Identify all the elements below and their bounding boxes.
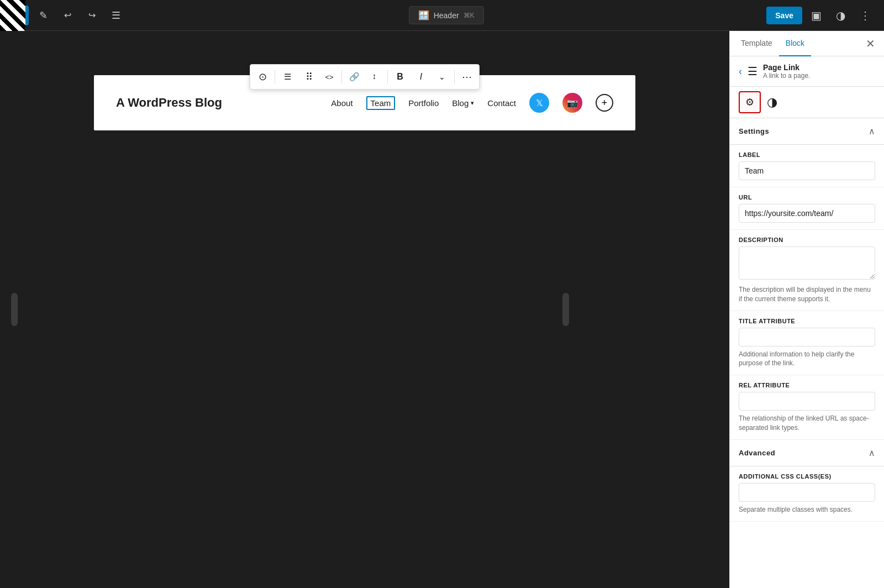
list-view-button[interactable]: ☰ <box>106 6 126 25</box>
main-area: ⊙ ☰ ⠿ <> 🔗 ↔ B I ⌄ ⋯ A WordPress Blog Ab… <box>0 31 884 588</box>
block-more-link-button[interactable]: ↔ <box>365 67 385 87</box>
block-info: ‹ ☰ Page Link A link to a page. <box>730 56 884 87</box>
rel-attr-label: REL ATTRIBUTE <box>739 382 875 389</box>
settings-section: Settings ∧ LABEL URL DESCRIPTION The des… <box>730 118 884 440</box>
tab-template[interactable]: Template <box>734 31 779 56</box>
url-input[interactable] <box>739 204 875 223</box>
label-input[interactable] <box>739 161 875 180</box>
nav-item-about[interactable]: About <box>331 98 352 108</box>
block-bold-button[interactable]: B <box>390 67 410 87</box>
block-type-icon: ☰ <box>748 65 757 78</box>
block-link-button[interactable]: 🔗 <box>344 67 364 87</box>
rel-attr-help: The relationship of the linked URL as sp… <box>739 414 875 433</box>
wp-logo <box>0 0 25 31</box>
title-attr-help: Additional information to help clarify t… <box>739 350 875 369</box>
sidebar-close-button[interactable]: ✕ <box>861 33 880 55</box>
url-field-label: URL <box>739 194 875 201</box>
label-field-label: LABEL <box>739 151 875 158</box>
advanced-collapse-icon: ∧ <box>869 448 875 458</box>
block-list-button[interactable]: ☰ <box>277 67 297 87</box>
redo-button[interactable]: ↪ <box>82 6 102 25</box>
toolbar-divider-1 <box>275 70 275 83</box>
toolbar-divider-2 <box>341 70 342 83</box>
block-chevron-button[interactable]: ⌄ <box>432 67 452 87</box>
nav-item-team[interactable]: Team <box>366 96 396 110</box>
contrast-button[interactable]: ◑ <box>831 6 851 25</box>
undo-button[interactable]: ↩ <box>57 6 77 25</box>
settings-section-title: Settings <box>739 127 769 135</box>
rel-attr-field-group: REL ATTRIBUTE The relationship of the li… <box>730 375 884 440</box>
header-block-icon: 🪟 <box>418 10 429 20</box>
save-button[interactable]: Save <box>766 7 802 24</box>
block-drag-handle[interactable]: ⊙ <box>252 67 272 87</box>
title-attr-input[interactable] <box>739 328 875 347</box>
header-pill[interactable]: 🪟 Header ⌘K <box>409 6 484 24</box>
title-attr-field-group: TITLE ATTRIBUTE Additional information t… <box>730 311 884 376</box>
site-logo: A WordPress Blog <box>116 96 222 110</box>
top-toolbar: + ✎ ↩ ↪ ☰ 🪟 Header ⌘K Save ▣ ◑ ⋮ <box>0 0 884 31</box>
nav-item-blog-dropdown[interactable]: Blog ▾ <box>452 98 474 108</box>
more-options-button[interactable]: ⋮ <box>855 6 875 25</box>
header-shortcut: ⌘K <box>464 12 475 19</box>
contrast-style-button[interactable]: ◑ <box>761 91 783 113</box>
description-textarea[interactable] <box>739 246 875 280</box>
twitter-icon[interactable]: 𝕏 <box>529 93 549 113</box>
sidebar-panel: Template Block ✕ ‹ ☰ Page Link A link to… <box>729 31 884 588</box>
block-style-row: ⚙ ◑ <box>730 87 884 118</box>
advanced-section: Advanced ∧ ADDITIONAL CSS CLASS(ES) Sepa… <box>730 440 884 522</box>
block-title: Page Link <box>763 63 810 72</box>
block-toolbar: ⊙ ☰ ⠿ <> 🔗 ↔ B I ⌄ ⋯ <box>250 64 480 90</box>
canvas-area: ⊙ ☰ ⠿ <> 🔗 ↔ B I ⌄ ⋯ A WordPress Blog Ab… <box>0 31 729 588</box>
scroll-handle-left <box>11 293 18 326</box>
toolbar-divider-4 <box>454 70 455 83</box>
label-field-group: LABEL <box>730 145 884 187</box>
tab-block[interactable]: Block <box>779 31 811 56</box>
rel-attr-input[interactable] <box>739 392 875 411</box>
pencil-button[interactable]: ✎ <box>33 6 53 25</box>
instagram-icon[interactable]: 📷 <box>562 93 582 113</box>
toolbar-left: + ✎ ↩ ↪ ☰ <box>9 6 126 25</box>
description-field-group: DESCRIPTION The description will be disp… <box>730 230 884 311</box>
view-toggle-button[interactable]: ▣ <box>807 6 827 25</box>
toolbar-center: 🪟 Header ⌘K <box>409 6 484 24</box>
settings-collapse-icon: ∧ <box>869 126 875 136</box>
block-desc: A link to a page. <box>763 72 810 80</box>
advanced-section-title: Advanced <box>739 449 775 457</box>
settings-style-button[interactable]: ⚙ <box>739 91 761 113</box>
description-help: The description will be displayed in the… <box>739 285 875 304</box>
toolbar-divider-3 <box>387 70 388 83</box>
block-back-button[interactable]: ‹ <box>739 66 742 77</box>
advanced-section-header[interactable]: Advanced ∧ <box>730 440 884 466</box>
blog-dropdown-arrow: ▾ <box>471 99 474 107</box>
toolbar-right: Save ▣ ◑ ⋮ <box>766 6 875 25</box>
block-ellipsis-button[interactable]: ⋯ <box>457 67 477 87</box>
nav-item-portfolio[interactable]: Portfolio <box>408 98 439 108</box>
css-classes-help: Separate multiple classes with spaces. <box>739 505 875 514</box>
css-classes-label: ADDITIONAL CSS CLASS(ES) <box>739 473 875 480</box>
url-field-group: URL <box>730 187 884 230</box>
css-classes-field-group: ADDITIONAL CSS CLASS(ES) Separate multip… <box>730 466 884 522</box>
block-dots-button[interactable]: ⠿ <box>298 67 318 87</box>
sidebar-tabs: Template Block ✕ <box>730 31 884 56</box>
block-italic-button[interactable]: I <box>411 67 431 87</box>
nav-item-blog: Blog <box>452 98 469 108</box>
nav-menu: About Team Portfolio Blog ▾ Contact 𝕏 📷 … <box>331 93 613 113</box>
block-html-button[interactable]: <> <box>319 67 339 87</box>
block-info-text: Page Link A link to a page. <box>763 63 810 80</box>
header-pill-text: Header <box>434 11 459 20</box>
css-classes-input[interactable] <box>739 483 875 502</box>
nav-item-contact[interactable]: Contact <box>487 98 516 108</box>
settings-section-header[interactable]: Settings ∧ <box>730 118 884 145</box>
description-field-label: DESCRIPTION <box>739 237 875 243</box>
scroll-handle-right <box>562 293 569 326</box>
title-attr-label: TITLE ATTRIBUTE <box>739 318 875 324</box>
add-nav-item-button[interactable]: + <box>596 94 613 112</box>
